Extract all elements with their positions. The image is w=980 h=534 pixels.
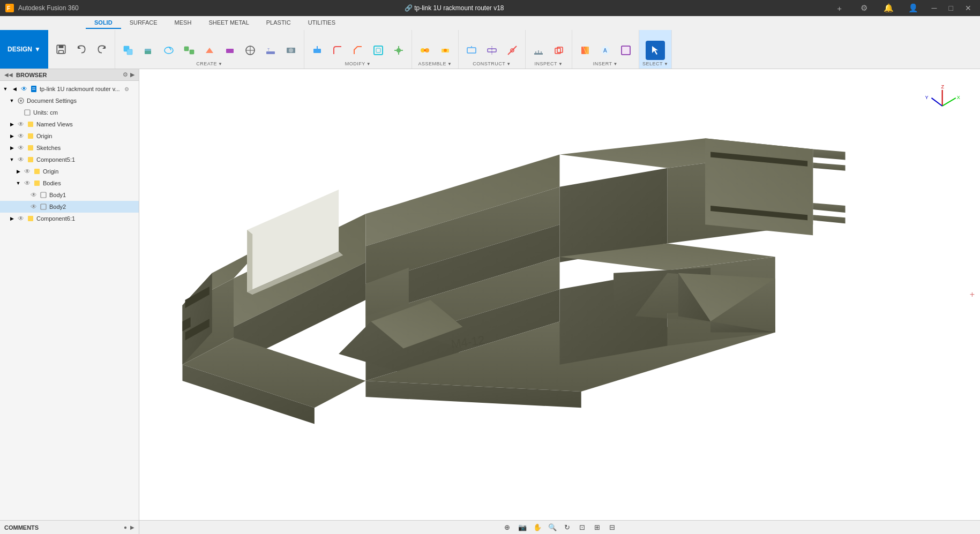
tree-item-comp6[interactable]: ▶ 👁 Component6:1 xyxy=(0,213,139,224)
orbit-icon[interactable]: ↻ xyxy=(562,522,573,533)
web-icon[interactable] xyxy=(241,41,260,60)
root-settings-icon[interactable]: ⚙ xyxy=(124,86,129,92)
midplane-icon[interactable] xyxy=(482,41,502,60)
move-icon[interactable] xyxy=(389,41,408,60)
new-joint-icon[interactable] xyxy=(415,41,435,60)
create-dropdown-arrow[interactable]: ▼ xyxy=(218,62,222,66)
body1-eye-icon[interactable]: 👁 xyxy=(30,191,38,199)
tree-item-comp5-origin[interactable]: ▶ 👁 Origin xyxy=(0,166,139,177)
home-view-icon[interactable]: ⊕ xyxy=(502,522,513,533)
extrude-icon[interactable] xyxy=(139,41,158,60)
root-expand-arrow[interactable]: ▼ xyxy=(2,86,9,92)
tab-sheetmetal[interactable]: SHEET METAL xyxy=(200,17,257,29)
decal-icon[interactable]: A xyxy=(596,41,615,60)
namedviews-expand-arrow[interactable]: ▶ xyxy=(9,121,15,127)
browser-settings-icon[interactable]: ⚙ xyxy=(123,71,128,78)
construct-dropdown-arrow[interactable]: ▼ xyxy=(506,62,511,66)
sketches-eye-icon[interactable]: 👁 xyxy=(17,144,25,152)
insert-label[interactable]: INSERT ▼ xyxy=(593,61,618,66)
axis-through-icon[interactable] xyxy=(503,41,522,60)
revolve-icon[interactable] xyxy=(159,41,178,60)
tab-solid[interactable]: SOLID xyxy=(86,17,121,29)
new-component-icon[interactable] xyxy=(118,41,138,60)
docsettings-expand-arrow[interactable]: ▼ xyxy=(9,97,15,104)
emboss-icon[interactable]: T xyxy=(261,41,280,60)
pan-icon[interactable]: ✋ xyxy=(532,522,543,533)
tree-item-body2[interactable]: ▶ 👁 Body2 xyxy=(0,201,139,213)
rib-icon[interactable] xyxy=(220,41,240,60)
interference-icon[interactable] xyxy=(549,41,568,60)
sweep-icon[interactable] xyxy=(179,41,199,60)
viewport[interactable]: M4-12 Z X Y + xyxy=(139,69,980,520)
construct-label[interactable]: CONSTRUCT ▼ xyxy=(473,61,511,66)
select-label[interactable]: SELECT ▼ xyxy=(642,61,668,66)
comp5-bodies-eye-icon[interactable]: 👁 xyxy=(24,179,31,187)
zoom-icon[interactable]: 🔍 xyxy=(547,522,558,533)
insert-derive-icon[interactable] xyxy=(575,41,595,60)
joint-origin-icon[interactable] xyxy=(436,41,455,60)
hole-icon[interactable] xyxy=(281,41,301,60)
tree-item-sketches[interactable]: ▶ 👁 Sketches xyxy=(0,142,139,154)
save-btn[interactable] xyxy=(51,40,71,59)
comp5-bodies-expand-arrow[interactable]: ▼ xyxy=(15,180,21,186)
insert-dropdown-arrow[interactable]: ▼ xyxy=(614,62,618,66)
browser-expand-icon[interactable]: ▶ xyxy=(130,71,134,78)
tree-item-comp5[interactable]: ▼ 👁 Component5:1 xyxy=(0,154,139,166)
loft-icon[interactable] xyxy=(200,41,219,60)
measure-icon[interactable] xyxy=(529,41,548,60)
undo-btn[interactable] xyxy=(72,40,91,59)
body2-eye-icon[interactable]: 👁 xyxy=(30,203,38,210)
fillet-icon[interactable] xyxy=(328,41,347,60)
inspect-label[interactable]: INSPECT ▼ xyxy=(534,61,563,66)
tree-item-origin[interactable]: ▶ 👁 Origin xyxy=(0,130,139,142)
origin-expand-arrow[interactable]: ▶ xyxy=(9,133,15,139)
tab-surface[interactable]: SURFACE xyxy=(121,17,166,29)
camera-icon[interactable]: 📷 xyxy=(517,522,528,533)
tree-item-comp5-bodies[interactable]: ▼ 👁 Bodies xyxy=(0,177,139,189)
root-eye-icon[interactable]: 👁 xyxy=(20,85,28,93)
minimize-btn[interactable]: ─ xyxy=(929,3,940,13)
grid-icon[interactable]: ⊞ xyxy=(592,522,603,533)
tree-item-root[interactable]: ▼ ◀ 👁 tp-link 1U rackmount router v... ⚙ xyxy=(0,83,139,95)
offset-plane-icon[interactable] xyxy=(462,41,481,60)
inspect-dropdown-arrow[interactable]: ▼ xyxy=(558,62,563,66)
redo-btn[interactable] xyxy=(92,40,111,59)
tree-item-docsettings[interactable]: ▼ Document Settings xyxy=(0,95,139,107)
settings-btn[interactable]: ⚙ xyxy=(855,0,874,16)
press-pull-icon[interactable] xyxy=(308,41,327,60)
canvas-icon[interactable] xyxy=(616,41,635,60)
notification-btn[interactable]: 🔔 xyxy=(879,0,899,16)
display-settings-icon[interactable]: ⊡ xyxy=(577,522,588,533)
comments-icon[interactable]: ● xyxy=(124,524,127,530)
assemble-dropdown-arrow[interactable]: ▼ xyxy=(447,62,452,66)
sketches-expand-arrow[interactable]: ▶ xyxy=(9,145,15,151)
chamfer-icon[interactable] xyxy=(348,41,368,60)
comp5-eye-icon[interactable]: 👁 xyxy=(17,156,25,163)
root-collapse-icon[interactable]: ◀ xyxy=(11,85,18,93)
select-dropdown-arrow[interactable]: ▼ xyxy=(664,62,668,66)
tab-utilities[interactable]: UTILITIES xyxy=(300,17,344,29)
comp5-origin-expand-arrow[interactable]: ▶ xyxy=(15,168,21,175)
comp6-eye-icon[interactable]: 👁 xyxy=(17,215,25,222)
create-label[interactable]: CREATE ▼ xyxy=(196,61,222,66)
tree-item-units[interactable]: ▶ Units: cm xyxy=(0,107,139,118)
add-window-btn[interactable]: + xyxy=(830,0,849,16)
design-dropdown-button[interactable]: DESIGN ▼ xyxy=(0,30,48,69)
account-btn[interactable]: 👤 xyxy=(904,0,923,16)
modify-dropdown-arrow[interactable]: ▼ xyxy=(366,62,371,66)
tree-item-body1[interactable]: ▶ 👁 Body1 xyxy=(0,189,139,201)
tree-item-namedviews[interactable]: ▶ 👁 Named Views xyxy=(0,118,139,130)
modify-label[interactable]: MODIFY ▼ xyxy=(345,61,371,66)
origin-eye-icon[interactable]: 👁 xyxy=(17,132,25,140)
select-icon[interactable] xyxy=(646,41,665,60)
maximize-btn[interactable]: □ xyxy=(946,3,956,13)
shell-icon[interactable] xyxy=(369,41,388,60)
assemble-label[interactable]: ASSEMBLE ▼ xyxy=(418,61,452,66)
close-btn[interactable]: ✕ xyxy=(962,3,975,13)
comp5-expand-arrow[interactable]: ▼ xyxy=(9,156,15,163)
visual-style-icon[interactable]: ⊟ xyxy=(607,522,618,533)
namedviews-eye-icon[interactable]: 👁 xyxy=(17,121,25,128)
comments-expand[interactable]: ▶ xyxy=(130,524,134,530)
browser-collapse-icon[interactable]: ◀◀ xyxy=(4,72,13,78)
tab-plastic[interactable]: PLASTIC xyxy=(258,17,300,29)
